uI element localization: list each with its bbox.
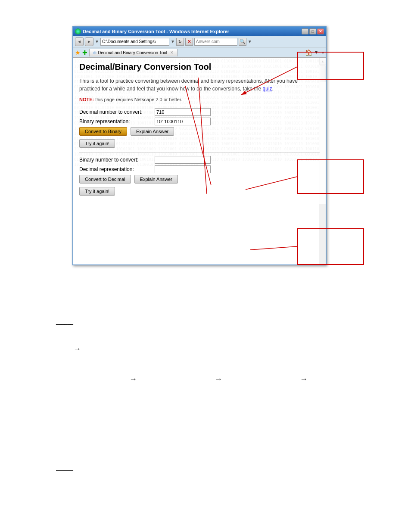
binary-output-label: Binary representation:: [79, 118, 155, 124]
try-again-row-decimal: Try it again!: [79, 139, 320, 148]
decimal-buttons-row: Convert to Binary Explain Answer: [79, 127, 320, 136]
decimal-input-row: Decimal number to convert:: [79, 108, 320, 116]
close-button[interactable]: ✕: [317, 28, 324, 34]
address-dropdown[interactable]: ▼: [171, 39, 175, 44]
decimal-number-input[interactable]: [155, 108, 211, 116]
dropdown-arrow[interactable]: ▼: [95, 39, 99, 44]
title-bar-left: Decimal and Binary Conversion Tool - Win…: [75, 28, 229, 34]
title-bar: Decimal and Binary Conversion Tool - Win…: [73, 27, 326, 36]
note-text: NOTE: this page requires Netscape 2.0 or…: [79, 97, 320, 102]
back-button[interactable]: ◄: [75, 37, 84, 46]
address-bar: ◄ ► ▼ ▼ ↻ ✕ 🔍 ▼: [73, 36, 326, 47]
title-bar-buttons: _ □ ✕: [302, 28, 324, 34]
arrow-right-3: →: [215, 375, 222, 384]
search-dropdown[interactable]: ▼: [248, 39, 252, 44]
tab-label: Decimal and Binary Conversion Tool: [98, 50, 167, 55]
address-input[interactable]: [100, 38, 169, 46]
convert-to-decimal-button[interactable]: Convert to Decimal: [79, 175, 131, 184]
explain-answer-button-decimal[interactable]: Explain Answer: [131, 127, 174, 136]
try-again-button-decimal[interactable]: Try it again!: [79, 139, 115, 148]
favorites-bar: ★ ✚ ⊕ Decimal and Binary Conversion Tool…: [73, 47, 326, 58]
add-favorite-icon[interactable]: ✚: [82, 49, 87, 56]
binary-output-row: Binary representation:: [79, 118, 320, 125]
search-button[interactable]: 🔍: [239, 38, 246, 46]
note-content: this page requires Netscape 2.0 or bette…: [95, 97, 182, 102]
arrow-right-1: →: [73, 345, 81, 354]
binary-buttons-row: Convert to Decimal Explain Answer: [79, 175, 320, 184]
section-divider: [79, 152, 320, 152]
window-title: Decimal and Binary Conversion Tool - Win…: [83, 29, 229, 34]
underline-text-2: ______: [56, 465, 73, 471]
browser-icon: [75, 28, 81, 34]
try-again-row-binary: Try it again!: [79, 187, 320, 196]
note-label: NOTE:: [79, 97, 94, 102]
binary-input-label: Binary number to convert:: [79, 157, 155, 163]
annotation-box-1: [297, 52, 364, 80]
binary-input-row: Binary number to convert:: [79, 156, 320, 164]
binary-to-decimal-section: Binary number to convert: Decimal repres…: [79, 156, 320, 196]
explain-answer-button-binary[interactable]: Explain Answer: [134, 175, 178, 184]
page-content: 10100101 10010101 00101001 10101000 1010…: [73, 58, 326, 264]
go-button[interactable]: ↻: [176, 38, 184, 46]
annotation-box-3: [297, 228, 364, 265]
main-content-area: Decimal/Binary Conversion Tool This is a…: [73, 58, 326, 204]
decimal-output-row: Decimal representation:: [79, 165, 320, 173]
stop-button[interactable]: ✕: [185, 38, 193, 46]
decimal-output-label: Decimal representation:: [79, 166, 155, 172]
maximize-button[interactable]: □: [309, 28, 316, 34]
quiz-link[interactable]: quiz: [263, 86, 272, 92]
page-title: Decimal/Binary Conversion Tool: [79, 62, 320, 72]
convert-to-binary-button[interactable]: Convert to Binary: [79, 127, 127, 136]
arrow-right-4: →: [300, 375, 308, 384]
decimal-input-label: Decimal number to convert:: [79, 109, 155, 115]
browser-window: Decimal and Binary Conversion Tool - Win…: [72, 26, 327, 265]
description-end: .: [272, 86, 274, 92]
description-text: This is a tool to practice converting be…: [79, 77, 320, 93]
decimal-result-input[interactable]: [155, 165, 211, 173]
below-content: ______: [56, 319, 73, 325]
binary-number-input[interactable]: [155, 156, 211, 164]
search-input[interactable]: [194, 38, 237, 46]
minimize-button[interactable]: _: [302, 28, 308, 34]
underline-text-1: ______: [56, 319, 73, 325]
binary-result-input[interactable]: [155, 118, 211, 125]
arrow-right-2: →: [129, 375, 137, 384]
forward-button[interactable]: ►: [85, 37, 93, 46]
decimal-to-binary-section: Decimal number to convert: Binary repres…: [79, 108, 320, 148]
arrow-row-1: →: [73, 345, 81, 354]
try-again-button-binary[interactable]: Try it again!: [79, 187, 115, 196]
annotation-box-2: [297, 159, 364, 194]
favorites-star-icon: ★: [75, 49, 81, 56]
tab-close-button[interactable]: ✕: [170, 50, 174, 55]
tab-icon: ⊕: [93, 50, 97, 55]
browser-tab[interactable]: ⊕ Decimal and Binary Conversion Tool ✕: [89, 49, 177, 56]
arrow-row-2: → → →: [129, 375, 308, 384]
